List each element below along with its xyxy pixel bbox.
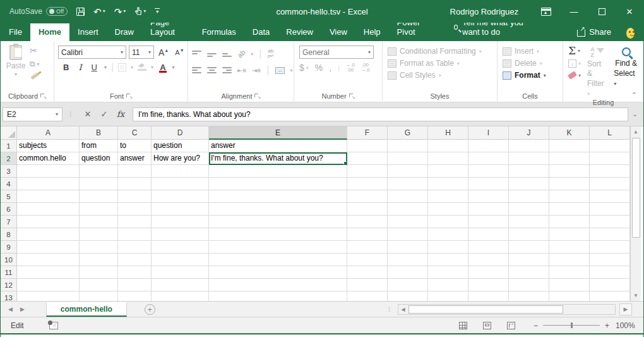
name-box[interactable]: E2 ▾ <box>3 107 63 121</box>
cell-D1[interactable]: question <box>152 140 209 152</box>
tab-file[interactable]: File <box>1 23 30 41</box>
row-header-1[interactable]: 1 <box>1 140 17 152</box>
row-header-12[interactable]: 12 <box>1 279 17 291</box>
column-header-A[interactable]: A <box>17 126 80 140</box>
cell-J13[interactable] <box>509 291 549 301</box>
bottom-align-icon[interactable] <box>222 51 232 57</box>
cell-J7[interactable] <box>509 216 549 228</box>
redo-dropdown-icon[interactable]: ▾ <box>123 9 126 14</box>
cell-G12[interactable] <box>388 279 428 291</box>
cell-styles-button[interactable]: Cell Styles▾ <box>388 71 482 80</box>
row-header-5[interactable]: 5 <box>1 190 17 203</box>
tab-help[interactable]: Help <box>355 23 389 41</box>
cell-E12[interactable] <box>209 279 347 291</box>
align-center-icon[interactable] <box>207 67 217 73</box>
italic-button[interactable]: I <box>76 63 84 72</box>
cell-D7[interactable] <box>152 216 209 228</box>
cell-J11[interactable] <box>509 266 549 279</box>
scroll-up-icon[interactable]: ▲ <box>631 126 641 137</box>
cut-button[interactable]: ✂ <box>30 46 40 56</box>
cell-A13[interactable] <box>17 291 80 301</box>
sheet-next-icon[interactable]: ▶ <box>20 306 32 312</box>
touch-mode-button[interactable]: ▾ <box>134 7 146 16</box>
cell-B9[interactable] <box>80 241 118 254</box>
cell-H1[interactable] <box>428 140 468 152</box>
cell-C2[interactable]: answer <box>118 152 152 165</box>
cell-J8[interactable] <box>509 228 549 241</box>
cell-D12[interactable] <box>152 279 209 291</box>
cell-B4[interactable] <box>80 178 118 190</box>
cell-C4[interactable] <box>118 178 152 190</box>
column-header-G[interactable]: G <box>388 126 428 140</box>
autosum-button[interactable]: Σ▾ <box>568 46 581 56</box>
column-header-F[interactable]: F <box>347 126 388 140</box>
zoom-out-button[interactable]: − <box>534 321 538 330</box>
cell-H9[interactable] <box>428 241 468 254</box>
cell-H12[interactable] <box>428 279 468 291</box>
redo-button[interactable]: ↷▾ <box>114 7 126 16</box>
cell-E9[interactable] <box>209 241 347 254</box>
sheetbar-splitter[interactable]: ⋮ <box>381 306 398 312</box>
cell-L12[interactable] <box>590 279 630 291</box>
font-size-combo[interactable]: 11▾ <box>129 46 154 59</box>
cell-L13[interactable] <box>590 291 630 301</box>
cell-F3[interactable] <box>347 165 388 178</box>
cell-B3[interactable] <box>80 165 118 178</box>
cell-K2[interactable] <box>549 152 590 165</box>
cell-K13[interactable] <box>549 291 590 301</box>
font-color-button[interactable]: A <box>158 63 167 72</box>
page-layout-view-button[interactable] <box>475 322 499 329</box>
cell-F5[interactable] <box>347 190 388 203</box>
row-header-11[interactable]: 11 <box>1 266 17 279</box>
cell-A2[interactable]: common.hello <box>17 152 80 165</box>
fill-color-icon[interactable] <box>138 63 146 71</box>
zoom-in-button[interactable]: + <box>605 321 609 330</box>
cell-J6[interactable] <box>509 203 549 216</box>
cell-L10[interactable] <box>590 254 630 266</box>
cell-E6[interactable] <box>209 203 347 216</box>
align-left-icon[interactable] <box>192 67 201 73</box>
top-align-icon[interactable] <box>192 51 201 57</box>
zoom-slider-thumb[interactable] <box>571 322 573 328</box>
cell-J10[interactable] <box>509 254 549 266</box>
cell-J1[interactable] <box>509 140 549 152</box>
cell-E11[interactable] <box>209 266 347 279</box>
row-header-10[interactable]: 10 <box>1 254 17 266</box>
row-header-13[interactable]: 13 <box>1 291 17 301</box>
column-header-H[interactable]: H <box>428 126 468 140</box>
cell-G1[interactable] <box>388 140 428 152</box>
cell-A6[interactable] <box>17 203 80 216</box>
font-dialog-launcher-icon[interactable] <box>126 94 132 99</box>
cell-D11[interactable] <box>152 266 209 279</box>
cell-G8[interactable] <box>388 228 428 241</box>
tab-insert[interactable]: Insert <box>69 23 107 41</box>
cell-F12[interactable] <box>347 279 388 291</box>
confirm-entry-button[interactable]: ✓ <box>96 109 112 119</box>
tab-draw[interactable]: Draw <box>107 23 142 41</box>
cell-C1[interactable]: to <box>118 140 152 152</box>
decrease-decimal-icon[interactable]: .00→.0 <box>361 63 370 73</box>
cell-C13[interactable] <box>118 291 152 301</box>
cell-C6[interactable] <box>118 203 152 216</box>
number-dialog-launcher-icon[interactable] <box>349 94 355 99</box>
cell-I10[interactable] <box>468 254 509 266</box>
cell-E4[interactable] <box>209 178 347 190</box>
orientation-icon[interactable]: ab <box>236 48 247 59</box>
cell-L11[interactable] <box>590 266 630 279</box>
tab-view[interactable]: View <box>321 23 355 41</box>
cell-L1[interactable] <box>590 140 630 152</box>
conditional-formatting-button[interactable]: Conditional Formatting▾ <box>388 47 482 56</box>
paste-button[interactable]: Paste ▾ <box>2 43 30 92</box>
cell-D10[interactable] <box>152 254 209 266</box>
column-header-J[interactable]: J <box>509 126 549 140</box>
close-button[interactable]: ✕ <box>616 0 643 23</box>
cell-F1[interactable] <box>347 140 388 152</box>
middle-align-icon[interactable] <box>207 51 217 57</box>
cell-H5[interactable] <box>428 190 468 203</box>
borders-icon[interactable] <box>118 63 126 71</box>
select-all-button[interactable] <box>1 126 17 140</box>
horizontal-scroll-thumb[interactable] <box>408 305 563 314</box>
minimize-button[interactable]: — <box>560 0 588 23</box>
comma-icon[interactable]: , <box>329 63 331 73</box>
wrap-text-icon[interactable]: abc↵ <box>267 49 274 59</box>
